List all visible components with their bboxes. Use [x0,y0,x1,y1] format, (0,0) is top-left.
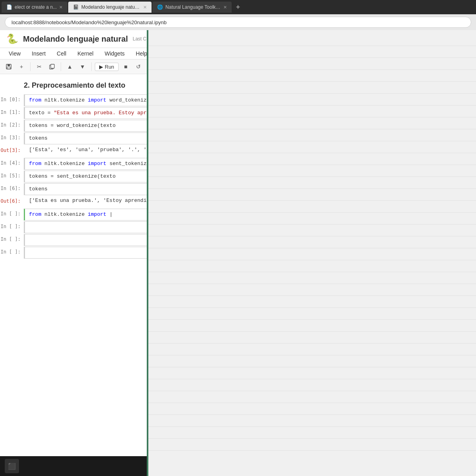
overlay-line-3 [147,58,476,70]
cell-6-text1: tokens [29,186,48,192]
cell-number-active: In [ ]: [0,209,24,221]
overlay-line-13 [147,177,476,189]
cell-number-e1: In [ ]: [0,221,24,233]
run-label: Run [105,64,114,70]
overlay-line-19 [147,248,476,260]
overlay-line-11 [147,153,476,165]
menu-item-insert[interactable]: Insert [29,50,48,58]
overlay-line-4 [147,70,476,82]
menu-item-widgets[interactable]: Widgets [102,50,127,58]
save-icon [6,63,12,70]
overlay-line-10 [147,141,476,153]
terminal-symbol: ⬛ [8,463,16,470]
cell-4-kw1: from [29,161,41,167]
cell-4-text2: sent_tokenize [109,161,150,167]
overlay-line-29 [147,367,476,379]
svg-rect-1 [8,64,10,66]
run-icon: ▶ [99,64,103,70]
save-button[interactable] [3,61,14,72]
tab-3[interactable]: 🌐 Natural Language Toolkit — NLT... ✕ [152,2,232,13]
cell-number-e2: In [ ]: [0,234,24,246]
overlay-line-34 [147,427,476,439]
cell-a-kw2: import [88,211,106,217]
cell-number-4: In [4]: [0,158,24,170]
overlay-line-9 [147,129,476,141]
tab-2[interactable]: 📓 Modelando lenguaje natural - Ju... ✕ [68,2,152,13]
tab-1[interactable]: 📄 elect or create a n... ✕ [2,2,67,13]
address-input[interactable] [5,17,471,28]
cell-number-6: In [6]: [0,183,24,195]
cell-number-5: In [5]: [0,171,24,182]
overlay-line-14 [147,189,476,201]
overlay-line-26 [147,332,476,344]
overlay-line-22 [147,284,476,296]
cell-0-text1: nltk.tokenize [44,97,88,103]
overlay-line-18 [147,236,476,248]
move-down-button[interactable]: ▼ [77,61,88,72]
terminal-icon[interactable]: ⬛ [5,459,19,473]
add-cell-button[interactable]: + [16,61,27,72]
interrupt-button[interactable]: ■ [120,61,131,72]
overlay-line-27 [147,344,476,355]
cell-0-kw2: import [88,97,106,103]
overlay-line-12 [147,165,476,177]
toolbar-sep-2 [61,62,61,71]
tab-3-close[interactable]: ✕ [223,5,227,10]
overlay-line-2 [147,46,476,58]
tab-2-label: Modelando lenguaje natural - Ju... [81,4,141,10]
overlay-line-6 [147,94,476,106]
overlay-line-15 [147,201,476,213]
new-tab-button[interactable]: + [232,2,244,13]
cell-number-out3: Out[3]: [0,145,24,157]
overlay-line-16 [147,213,476,225]
overlay-line-31 [147,391,476,403]
cut-button[interactable]: ✂ [34,61,45,72]
cell-focus-indicator [147,30,148,476]
cell-4-kw2: import [88,161,106,167]
cell-number-e3: In [ ]: [0,247,24,259]
overlay-line-5 [147,82,476,94]
copy-button[interactable] [46,61,58,72]
menu-item-view[interactable]: View [6,50,23,58]
overlay-line-23 [147,296,476,308]
overlay-line-30 [147,379,476,391]
tab-1-icon: 📄 [6,4,12,10]
cell-a-cursor: | [109,211,113,217]
cell-4-text1: nltk.tokenize [44,161,88,167]
taskbar: ⬛ [0,456,147,476]
menu-item-cell[interactable]: Cell [54,50,69,58]
cell-number-1: In [1]: [0,107,24,119]
overlay-line-28 [147,355,476,367]
jupyter-logo-icon: 🐍 [6,33,18,44]
overlay-line-35 [147,439,476,451]
overlay-line-25 [147,320,476,332]
cell-3-text1: tokens [29,135,48,141]
svg-rect-4 [51,64,54,68]
cell-number-0: In [0]: [0,94,24,106]
tab-1-close[interactable]: ✕ [59,5,63,10]
cell-a-kw1: from [29,211,41,217]
move-up-button[interactable]: ▲ [64,61,75,72]
cell-0-kw1: from [29,97,41,103]
overlay-lines [147,30,476,476]
cell-number-2: In [2]: [0,120,24,132]
menu-item-kernel[interactable]: Kernel [75,50,96,58]
run-button[interactable]: ▶ Run [95,63,119,71]
overlay-line-17 [147,225,476,236]
overlay-line-21 [147,272,476,284]
tab-1-label: elect or create a n... [15,4,57,10]
browser-chrome: 📄 elect or create a n... ✕ 📓 Modelando l… [0,0,476,30]
cell-2-text1: tokens = word_tokenize(texto [29,123,115,129]
overlay-line-1 [147,34,476,46]
overlay-line-24 [147,308,476,320]
restart-button[interactable]: ↺ [133,61,144,72]
overlay-line-32 [147,403,476,415]
overlay-line-8 [147,117,476,129]
copy-icon [49,64,55,69]
cell-number-3: In [3]: [0,132,24,144]
cell-0-text2: word_tokenize [109,97,150,103]
overlay-panel [147,30,476,476]
notebook-title[interactable]: Modelando lenguaje natural [23,35,128,44]
cell-5-text1: tokens = sent_tokenize(texto [29,173,115,179]
tab-2-close[interactable]: ✕ [143,5,147,10]
